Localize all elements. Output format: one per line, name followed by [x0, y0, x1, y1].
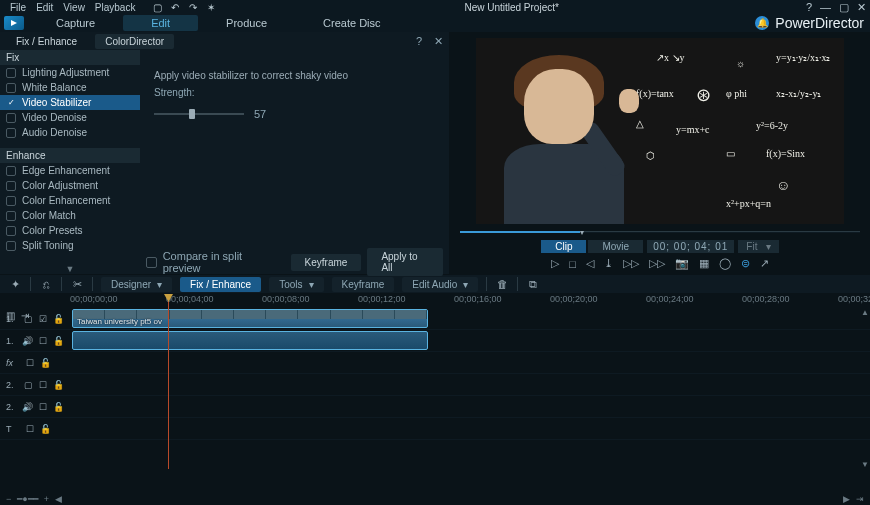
- track-lock-icon[interactable]: 🔓: [40, 358, 51, 368]
- enh-edge-enhancement[interactable]: Edge Enhancement: [0, 163, 140, 178]
- scroll-right-icon[interactable]: ▶: [843, 494, 850, 504]
- panel-tab-colordirector[interactable]: ColorDirector: [95, 34, 174, 49]
- scroll-down-icon[interactable]: ▼: [66, 264, 75, 274]
- magic-icon[interactable]: ✦: [8, 278, 22, 291]
- play-icon[interactable]: ▷: [551, 257, 559, 270]
- fit-timeline-icon[interactable]: ⇥: [856, 494, 864, 504]
- apply-to-all-button[interactable]: Apply to All: [367, 248, 443, 276]
- enh-split-toning[interactable]: Split Toning: [0, 238, 140, 253]
- maximize-icon[interactable]: ▢: [839, 1, 849, 14]
- playhead[interactable]: [168, 294, 169, 469]
- undo-icon[interactable]: ↶: [169, 1, 181, 13]
- track-audio-icon[interactable]: 🔊: [22, 402, 33, 412]
- timeline-view-icon[interactable]: ▥: [6, 310, 15, 321]
- checkbox[interactable]: [6, 211, 16, 221]
- prev-frame-icon[interactable]: ◁: [586, 257, 594, 270]
- step-forward-icon[interactable]: ▷▷: [649, 257, 665, 270]
- preview-mode-movie[interactable]: Movie: [588, 240, 643, 253]
- volume-icon[interactable]: ▦: [699, 257, 709, 270]
- stop-icon[interactable]: □: [569, 258, 576, 270]
- track-lock-icon[interactable]: 🔓: [40, 424, 51, 434]
- menu-edit[interactable]: Edit: [36, 2, 53, 13]
- track-video-icon[interactable]: ▢: [24, 380, 33, 390]
- redo-icon[interactable]: ↷: [187, 1, 199, 13]
- enh-color-adjustment[interactable]: Color Adjustment: [0, 178, 140, 193]
- preview-fit-dropdown[interactable]: Fit ▾: [738, 240, 778, 253]
- fix-video-stabilizer[interactable]: ✓Video Stabilizer: [0, 95, 140, 110]
- audio-clip[interactable]: [72, 331, 428, 350]
- fix-video-denoise[interactable]: Video Denoise: [0, 110, 140, 125]
- menu-file[interactable]: File: [10, 2, 26, 13]
- notification-icon[interactable]: 🔔: [755, 16, 769, 30]
- close-icon[interactable]: ✕: [857, 1, 866, 14]
- compare-checkbox[interactable]: [146, 257, 157, 268]
- track-audio-1[interactable]: 1.🔊☐🔓: [0, 330, 870, 352]
- track-lock-icon[interactable]: 🔓: [53, 336, 64, 346]
- track-visible-icon[interactable]: ☐: [26, 358, 34, 368]
- cut-icon[interactable]: ✂: [70, 278, 84, 291]
- designer-dropdown[interactable]: Designer▾: [101, 277, 172, 292]
- track-title[interactable]: T☐🔓: [0, 418, 870, 440]
- track-fx[interactable]: fx☐🔓: [0, 352, 870, 374]
- track-video-2[interactable]: 2.▢☐🔓: [0, 374, 870, 396]
- track-visible-icon[interactable]: ☐: [39, 402, 47, 412]
- panel-close-icon[interactable]: ✕: [434, 35, 443, 48]
- menu-view[interactable]: View: [63, 2, 85, 13]
- help-icon[interactable]: ?: [806, 1, 812, 14]
- zoom-in-icon[interactable]: +: [44, 494, 49, 504]
- track-audio-2[interactable]: 2.🔊☐🔓: [0, 396, 870, 418]
- enh-color-match[interactable]: Color Match: [0, 208, 140, 223]
- menu-playback[interactable]: Playback: [95, 2, 136, 13]
- undock-icon[interactable]: ↗: [760, 257, 769, 270]
- timeline-ruler[interactable]: 00;00;00;00 00;00;04;00 00;00;08;00 00;0…: [70, 294, 870, 308]
- checkbox[interactable]: [6, 226, 16, 236]
- preview-mode-clip[interactable]: Clip: [541, 240, 586, 253]
- checkbox[interactable]: [6, 68, 16, 78]
- fast-forward-icon[interactable]: ▷▷: [623, 257, 639, 270]
- next-frame-icon[interactable]: ⤓: [604, 257, 613, 270]
- tab-produce[interactable]: Produce: [198, 15, 295, 31]
- track-video-1[interactable]: 1.▢☑🔓 Taiwan university pt5 ov: [0, 308, 870, 330]
- zoom-slider[interactable]: ━●━━: [17, 494, 37, 504]
- enh-color-presets[interactable]: Color Presets: [0, 223, 140, 238]
- checkbox[interactable]: [6, 166, 16, 176]
- fix-lighting-adjustment[interactable]: Lighting Adjustment: [0, 65, 140, 80]
- video-clip[interactable]: Taiwan university pt5 ov: [72, 309, 428, 328]
- checkbox[interactable]: ✓: [6, 98, 16, 108]
- timeline-snap-icon[interactable]: ⇥: [21, 310, 29, 321]
- checkbox[interactable]: [6, 83, 16, 93]
- keyframe-button-toolbar[interactable]: Keyframe: [332, 277, 395, 292]
- timeline-scroll-vertical[interactable]: ▲▼: [860, 308, 870, 469]
- fix-white-balance[interactable]: White Balance: [0, 80, 140, 95]
- enh-color-enhancement[interactable]: Color Enhancement: [0, 193, 140, 208]
- tab-capture[interactable]: Capture: [28, 15, 123, 31]
- quality-icon[interactable]: ⊜: [741, 257, 750, 270]
- checkbox[interactable]: [6, 128, 16, 138]
- edit-audio-dropdown[interactable]: Edit Audio▾: [402, 277, 478, 292]
- checkbox[interactable]: [6, 241, 16, 251]
- checkbox[interactable]: [6, 113, 16, 123]
- minimize-icon[interactable]: —: [820, 1, 831, 14]
- split-icon[interactable]: ⎌: [39, 278, 53, 290]
- settings-icon[interactable]: ✶: [205, 1, 217, 13]
- snapshot-icon[interactable]: 📷: [675, 257, 689, 270]
- panel-help-icon[interactable]: ?: [416, 35, 422, 47]
- strength-slider[interactable]: [154, 113, 244, 115]
- checkbox[interactable]: [6, 196, 16, 206]
- track-audio-icon[interactable]: 🔊: [22, 336, 33, 346]
- tab-edit[interactable]: Edit: [123, 15, 198, 31]
- keyframe-button[interactable]: Keyframe: [291, 254, 362, 271]
- track-visible-icon[interactable]: ☐: [39, 380, 47, 390]
- more-icon[interactable]: ⧉: [526, 278, 540, 291]
- track-lock-icon[interactable]: 🔓: [53, 380, 64, 390]
- zoom-out-icon[interactable]: −: [6, 494, 11, 504]
- fix-enhance-button[interactable]: Fix / Enhance: [180, 277, 261, 292]
- track-visible-icon[interactable]: ☐: [39, 336, 47, 346]
- checkbox[interactable]: [6, 181, 16, 191]
- track-visible-icon[interactable]: ☐: [26, 424, 34, 434]
- panel-tab-fix-enhance[interactable]: Fix / Enhance: [6, 34, 87, 49]
- fix-audio-denoise[interactable]: Audio Denoise: [0, 125, 140, 140]
- scroll-left-icon[interactable]: ◀: [55, 494, 62, 504]
- preview-scrubber[interactable]: ▾: [460, 228, 860, 236]
- tools-dropdown[interactable]: Tools▾: [269, 277, 323, 292]
